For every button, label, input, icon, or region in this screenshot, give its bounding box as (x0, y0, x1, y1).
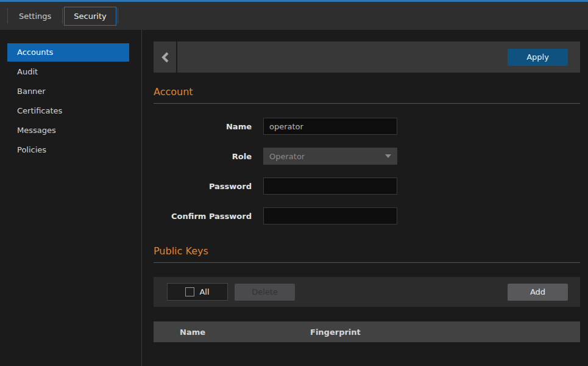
public-keys-section-title: Public Keys (154, 245, 580, 263)
role-select[interactable]: Operator (263, 148, 397, 165)
add-button[interactable]: Add (508, 284, 568, 301)
name-row: Name (154, 118, 580, 135)
account-section-title: Account (154, 86, 580, 104)
toolbar-divider (176, 41, 177, 73)
tab-divider (7, 8, 8, 24)
select-all-button[interactable]: All (167, 283, 228, 301)
column-header-name: Name (154, 328, 310, 337)
role-row: Role Operator (154, 148, 580, 165)
name-label: Name (154, 122, 252, 131)
delete-button[interactable]: Delete (235, 284, 295, 301)
tab-settings[interactable]: Settings (9, 7, 61, 26)
account-form: Name Role Operator (154, 118, 580, 224)
public-keys-toolbar: All Delete Add (154, 277, 580, 307)
tab-divider (118, 8, 118, 24)
password-row: Password (154, 178, 580, 195)
sidebar-item-accounts[interactable]: Accounts (7, 43, 129, 62)
confirm-password-input[interactable] (263, 207, 397, 224)
chevron-left-icon (161, 52, 169, 63)
public-keys-table-header: Name Fingerprint (154, 321, 580, 342)
select-all-checkbox[interactable] (185, 287, 194, 296)
sidebar-item-audit[interactable]: Audit (7, 63, 129, 81)
tab-divider (62, 8, 63, 24)
public-keys-section: Public Keys All Delete Add Name Fingerpr… (154, 245, 580, 342)
tab-security[interactable]: Security (64, 7, 116, 26)
account-section: Account Name Role Operator (154, 86, 580, 224)
chevron-down-icon (385, 154, 391, 158)
apply-button[interactable]: Apply (508, 49, 568, 66)
role-label: Role (154, 152, 252, 161)
public-keys-table: Name Fingerprint (154, 321, 580, 342)
sidebar-item-certificates[interactable]: Certificates (7, 102, 129, 120)
role-select-value: Operator (269, 152, 385, 161)
sidebar-item-banner[interactable]: Banner (7, 82, 129, 101)
sidebar: Accounts Audit Banner Certificates Messa… (0, 30, 142, 366)
password-input[interactable] (263, 178, 397, 195)
back-button[interactable] (154, 41, 176, 73)
confirm-password-row: Confirm Password (154, 207, 580, 224)
top-tab-bar: Settings Security (0, 2, 588, 30)
main-panel: Apply Account Name Role (142, 30, 588, 366)
confirm-password-label: Confirm Password (154, 212, 252, 221)
action-toolbar: Apply (154, 41, 580, 73)
password-label: Password (154, 182, 252, 191)
sidebar-item-messages[interactable]: Messages (7, 121, 129, 140)
column-header-fingerprint: Fingerprint (310, 328, 580, 337)
select-all-label: All (199, 287, 209, 296)
name-input[interactable] (263, 118, 397, 135)
sidebar-item-policies[interactable]: Policies (7, 141, 129, 159)
